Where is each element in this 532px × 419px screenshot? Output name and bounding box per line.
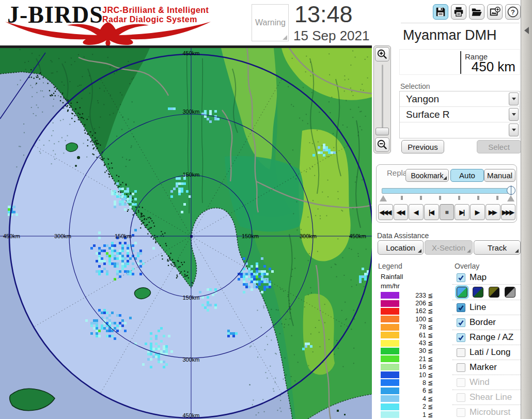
map-style-terrain-navy-green[interactable] [473,287,483,298]
checkbox-range-az[interactable] [457,333,465,342]
map-style-terrain-blue-green[interactable] [457,287,467,298]
overlay-label: Overlay [455,262,479,270]
timeline-start-marker[interactable] [380,195,387,201]
step-back-button[interactable]: |◀ [424,204,439,220]
map-style-terrain-black-gray[interactable] [505,287,515,298]
ring-distance-label: 450km [182,50,199,56]
timeline-tick [496,196,498,200]
legend-suffix: ≦ [428,387,433,394]
stop-button[interactable]: ■ [440,204,455,220]
checkbox-marker[interactable] [457,363,465,372]
overlay-row-lati-long: Lati / Long [452,345,521,360]
jump-start-button[interactable]: ◀◀◀ [378,204,393,220]
ring-distance-label: 150km [242,233,259,239]
station-name: Myanmar DMH [403,27,497,43]
terrain-se-ridge [303,293,335,375]
checkmark-icon [458,274,464,281]
ring-distance-label: 150km [115,233,132,239]
legend-color-swatch [381,371,399,378]
open-folder-button[interactable] [469,4,484,20]
logo-subtitle-line1: JRC-Brilliant & Intelligent [102,6,209,15]
jump-end-button[interactable]: ▶▶▶ [501,204,516,220]
auto-mode-button[interactable]: Auto [450,169,484,182]
overlay-row-map: Map [452,271,521,284]
map-style-swatches [452,284,521,300]
timeline-tick [477,196,479,200]
legend-row: 16≦ [381,363,442,371]
clock-date: 15 Sep 2021 [293,28,369,44]
header: J-BIRDS JRC-Brilliant & Intelligent Rada… [0,0,373,48]
checkbox-line[interactable] [457,303,465,312]
checkbox-border[interactable] [457,318,465,327]
fast-rewind-button[interactable]: ◀◀ [394,204,409,220]
select-button[interactable]: Select [477,140,521,153]
ring-distance-label: 150km [182,172,199,178]
legend-suffix: ≦ [428,300,433,307]
legend-color-swatch [381,364,399,370]
overlay-row-wind: Wind [452,375,521,390]
track-button[interactable]: Track [474,240,521,255]
manual-mode-button[interactable]: Manual [484,169,515,182]
overlay-item-label: Line [470,302,486,313]
legend-color-swatch [381,292,399,299]
location-button[interactable]: Location [378,240,424,255]
legend-value: 4 [399,395,426,402]
site-dropdown[interactable]: Yangon [400,91,520,107]
replay-timeline-handle[interactable] [507,186,515,195]
checkbox-lati-long[interactable] [457,348,465,357]
product-dropdown[interactable]: Surface R [400,107,520,122]
previous-button[interactable]: Previous [401,140,444,153]
step-forward-button[interactable]: ▶| [455,204,470,220]
radar-map[interactable]: 450km300km150km450km300km150km150km300km… [0,48,372,419]
legend-color-swatch [381,324,399,331]
eagle-logo-icon [5,21,212,46]
legend-color-swatch [381,308,399,315]
overlay-item-label: Lati / Long [470,347,510,358]
timeline-tick [439,196,441,200]
resize-handle-icon[interactable] [283,35,287,40]
bookmark-label: Bookmark [411,172,443,180]
warning-panel[interactable]: Warning [252,4,289,41]
playback-controls: ◀◀◀◀◀◀|◀■▶|▶▶▶▶▶▶ [378,204,517,220]
timeline-tick [420,196,422,200]
map-style-terrain-olive-black[interactable] [489,287,499,298]
legend-suffix: ≦ [428,323,433,331]
rewind-button[interactable]: ◀ [409,204,424,220]
zoom-slider-track[interactable] [382,65,383,135]
fast-forward-button[interactable]: ▶▶ [486,204,500,220]
save-button[interactable] [433,4,448,20]
x-section-button[interactable]: X-Section [425,240,473,255]
zoom-in-button[interactable] [375,47,389,61]
help-button[interactable]: ? [505,4,521,20]
extra-dropdown-button[interactable] [509,123,519,136]
legend-row: 61≦ [381,331,442,339]
legend-row: 4≦ [381,395,442,402]
print-button[interactable] [451,4,466,20]
zoom-out-button[interactable] [375,137,389,152]
legend-value: 61 [399,332,426,339]
panel-collapse-strip[interactable] [521,0,532,419]
play-button[interactable]: ▶ [470,204,485,220]
zoom-slider-handle[interactable] [375,128,389,135]
legend-color-swatch [381,387,399,394]
legend-suffix: ≦ [428,411,433,418]
legend-suffix: ≦ [428,292,433,299]
product-dropdown-button[interactable] [509,108,519,121]
legend-color-swatch [381,411,399,418]
legend-suffix: ≦ [428,316,433,323]
legend-unit-line2: mm/hr [381,282,400,290]
legend-value: 100 [399,316,426,323]
add-image-button[interactable] [487,4,503,20]
corner-triangle-icon [515,249,519,253]
save-icon [435,6,446,18]
checkbox-microburst [457,408,465,417]
overlay-options: MapLineBorderRange / AZLati / LongMarker… [452,271,521,419]
checkbox-map[interactable] [457,273,465,282]
replay-timeline-track[interactable] [382,188,514,194]
overlay-item-label: Shear Line [470,392,512,402]
site-dropdown-button[interactable] [509,92,519,105]
bookmark-button[interactable]: Bookmark [405,169,449,182]
extra-dropdown[interactable] [400,122,520,138]
chevron-down-icon [512,129,516,131]
timeline-end-marker[interactable] [507,195,514,201]
